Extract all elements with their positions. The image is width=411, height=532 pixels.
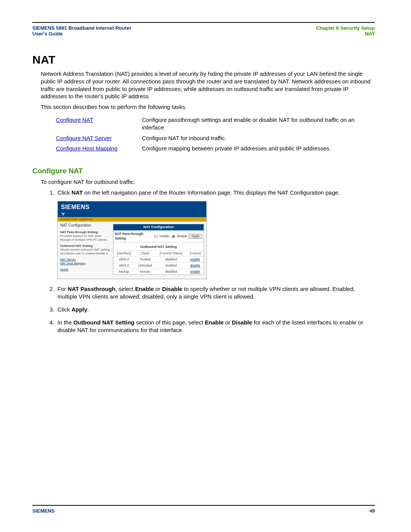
page-number: 49 [370,508,375,514]
task-row: Configure Host Mapping Configure mapping… [56,143,374,154]
col-interface: [Interface] [113,250,135,256]
table-row: eth/0.0 Trusted disabled enable [113,256,204,262]
task-desc: Configure passthrough settings and enabl… [142,115,374,133]
task-link-configure-host-mapping[interactable]: Configure Host Mapping [56,145,118,152]
router-nav-head-passthrough: NAT Pass-through Setting [60,230,111,234]
table-row: backup remote disabled enable [113,269,204,275]
router-nav-desc: Shows current outbound NAT setting and a… [60,248,111,256]
col-type: [Type] [135,250,156,256]
col-action: [Action] [187,250,204,256]
step-2: For NAT Passthrough, select Enable or Di… [56,285,374,300]
router-left-nav: NAT Configuration NAT Pass-through Setti… [58,222,113,275]
section-heading-configure-nat: Configure NAT [32,167,375,175]
radio-disable-label: disable [177,234,187,238]
col-status: [Current Status] [155,250,186,256]
task-row: Configure NAT Server Configure NAT for i… [56,133,374,144]
apply-button[interactable]: Apply [189,234,202,239]
step-1: Click NAT on the left navigation pane of… [56,189,374,280]
radio-enable-label: enable [159,234,169,238]
header-right-line2: NAT [316,31,375,37]
task-row: Configure NAT Configure passthrough sett… [56,115,374,133]
running-header: SIEMENS 5881 Broadband Internet Router U… [32,22,375,37]
router-nav-head-outbound: Outbound NAT Setting [60,244,111,248]
steps-list: Click NAT on the left navigation pane of… [41,189,374,334]
router-arrow-icon [58,212,206,217]
svg-marker-0 [61,212,65,216]
action-enable[interactable]: enable [190,257,200,261]
header-right-line1: Chapter 6 Security Setup [316,25,375,31]
router-current-user: Current User: superuser [58,217,206,222]
router-link-nat-server[interactable]: NAT Server [60,258,111,262]
action-disable[interactable]: disable [190,264,200,267]
router-outbound-table: [Interface] [Type] [Current Status] [Act… [113,250,204,275]
task-link-configure-nat[interactable]: Configure NAT [56,117,93,123]
radio-enable[interactable] [155,235,158,238]
intro-paragraph-2: This section describes how to perform th… [41,103,374,111]
router-passthrough-row: NAT Pass-through Setting enable disable … [113,230,204,242]
router-passthrough-label: NAT Pass-through Setting [115,232,151,240]
router-link-home[interactable]: Home [60,268,111,272]
page-title: NAT [32,53,375,66]
running-footer: SIEMENS 49 [32,505,375,514]
task-link-configure-nat-server[interactable]: Configure NAT Server [56,135,112,141]
router-outbound-title: Outbound NAT Setting [113,243,204,250]
task-desc: Configure NAT for inbound traffic. [142,133,374,144]
router-ui-screenshot: SIEMENS Current User: superuser NAT Conf… [57,201,207,280]
router-link-nat-host-mapping[interactable]: NAT Host Mapping [60,262,111,265]
step-3: Click Apply. [56,306,374,313]
table-row: eth/1.0 Untrusted enabled disable [113,263,204,269]
router-brand: SIEMENS [58,201,206,212]
lead-text: To configure NAT for outbound traffic: [41,178,374,186]
radio-disable[interactable] [172,235,175,238]
footer-left: SIEMENS [32,508,55,514]
action-enable[interactable]: enable [190,270,200,273]
tasks-table: Configure NAT Configure passthrough sett… [56,115,374,154]
task-desc: Configure mapping between private IP add… [142,143,374,154]
header-left-line1: SIEMENS 5881 Broadband Internet Router [32,25,131,31]
router-nav-title: NAT Configuration [60,223,111,228]
step-4: In the Outbound NAT Setting section of t… [56,319,374,334]
router-nav-desc: Provides support for NAT pass-through of… [60,234,111,242]
header-left-line2: User's Guide [32,31,131,37]
intro-paragraph-1: Network Address Translation (NAT) provid… [41,70,374,100]
router-panel-title: NAT Configuration [113,224,204,230]
router-config-panel: NAT Configuration NAT Pass-through Setti… [113,224,204,275]
